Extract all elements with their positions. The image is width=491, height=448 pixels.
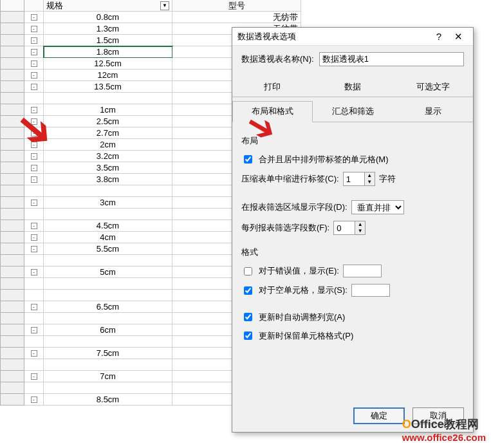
column-header-type[interactable]: 型号 [172, 0, 301, 12]
row-number[interactable] [0, 232, 24, 243]
row-number[interactable] [0, 35, 24, 46]
collapse-toggle[interactable]: - [24, 23, 44, 35]
column-header-spec[interactable]: 规格 ▼ [44, 0, 172, 12]
collapse-toggle[interactable]: - [24, 232, 44, 243]
spin-down-icon[interactable]: ▼ [355, 228, 365, 234]
cell-spec[interactable] [44, 290, 172, 301]
row-number[interactable] [0, 70, 24, 81]
row-number[interactable] [0, 93, 24, 104]
autofit-checkbox[interactable] [244, 313, 252, 321]
row-number[interactable] [0, 313, 24, 324]
collapse-toggle[interactable]: - [24, 220, 44, 232]
cell-spec[interactable] [44, 255, 172, 266]
spin-up-icon[interactable]: ▲ [355, 221, 365, 228]
collapse-toggle[interactable]: - [24, 266, 44, 278]
spin-up-icon[interactable]: ▲ [364, 173, 375, 179]
collapse-toggle[interactable] [24, 278, 44, 290]
empty-cell-checkbox[interactable] [244, 286, 252, 295]
collapse-toggle[interactable]: - [24, 324, 44, 336]
cell-spec[interactable]: 5.5cm [44, 243, 172, 255]
empty-cell-input[interactable] [351, 284, 390, 297]
cell-spec[interactable]: 4cm [44, 232, 172, 243]
cell-spec[interactable] [44, 313, 172, 324]
row-number[interactable] [0, 151, 24, 162]
collapse-toggle[interactable]: - [24, 104, 44, 116]
collapse-toggle[interactable]: - [24, 162, 44, 174]
cell-spec[interactable]: 3.5cm [44, 162, 172, 174]
cell-type[interactable]: 无纺带 [172, 12, 301, 23]
cell-spec[interactable]: 5cm [44, 266, 172, 278]
row-number[interactable] [0, 301, 24, 313]
row-number[interactable] [0, 81, 24, 93]
collapse-toggle[interactable]: - [24, 116, 44, 127]
ok-button[interactable]: 确定 [353, 407, 405, 424]
spin-down-icon[interactable]: ▼ [364, 179, 375, 185]
collapse-toggle[interactable] [24, 359, 44, 371]
indent-input[interactable] [344, 173, 364, 185]
cell-spec[interactable]: 1cm [44, 104, 172, 116]
collapse-toggle[interactable]: - [24, 81, 44, 93]
collapse-toggle[interactable] [24, 209, 44, 220]
cell-spec[interactable]: 3cm [44, 197, 172, 209]
collapse-toggle[interactable] [24, 336, 44, 348]
merge-center-checkbox[interactable] [244, 155, 252, 163]
row-number[interactable] [0, 116, 24, 127]
collapse-toggle[interactable]: - [24, 371, 44, 382]
collapse-toggle[interactable]: - [24, 301, 44, 313]
cell-spec[interactable]: 1.3cm [44, 23, 172, 35]
cell-spec[interactable]: 7cm [44, 371, 172, 382]
row-number[interactable] [0, 394, 24, 406]
collapse-toggle[interactable]: - [24, 70, 44, 81]
fields-per-col-spinner[interactable]: ▲▼ [333, 221, 366, 235]
collapse-toggle[interactable] [24, 255, 44, 266]
collapse-toggle[interactable]: - [24, 46, 44, 58]
row-number[interactable] [0, 139, 24, 151]
row-number[interactable] [0, 58, 24, 70]
cell-spec[interactable]: 6.5cm [44, 301, 172, 313]
tab-display[interactable]: 显示 [393, 101, 473, 122]
cell-spec[interactable] [44, 359, 172, 371]
close-button[interactable]: ✕ [449, 29, 468, 44]
cell-spec[interactable]: 1.8cm [44, 46, 172, 58]
row-number[interactable] [0, 127, 24, 139]
collapse-toggle[interactable]: - [24, 151, 44, 162]
cell-spec[interactable] [44, 278, 172, 290]
cell-spec[interactable]: 12.5cm [44, 58, 172, 70]
cell-spec[interactable] [44, 185, 172, 197]
collapse-toggle[interactable] [24, 93, 44, 104]
collapse-toggle[interactable]: - [24, 12, 44, 23]
row-number[interactable] [0, 278, 24, 290]
row-number[interactable] [0, 104, 24, 116]
row-number[interactable] [0, 46, 24, 58]
row-number[interactable] [0, 371, 24, 382]
row-number[interactable] [0, 266, 24, 278]
filter-button-spec[interactable]: ▼ [160, 1, 169, 10]
cell-spec[interactable] [44, 93, 172, 104]
cell-spec[interactable] [44, 336, 172, 348]
cell-spec[interactable]: 3.8cm [44, 174, 172, 185]
cell-spec[interactable]: 8.5cm [44, 394, 172, 406]
row-number[interactable] [0, 162, 24, 174]
error-value-checkbox[interactable] [244, 267, 252, 275]
row-number[interactable] [0, 23, 24, 35]
row-number[interactable] [0, 348, 24, 359]
row-number[interactable] [0, 209, 24, 220]
collapse-toggle[interactable]: - [24, 243, 44, 255]
collapse-toggle[interactable]: - [24, 58, 44, 70]
pivot-name-input[interactable] [319, 52, 464, 66]
help-button[interactable]: ? [429, 29, 449, 44]
filter-area-select[interactable]: 垂直并排 [351, 200, 404, 214]
row-number[interactable] [0, 359, 24, 371]
collapse-toggle[interactable]: - [24, 127, 44, 139]
cell-spec[interactable]: 0.8cm [44, 12, 172, 23]
cell-spec[interactable] [44, 209, 172, 220]
collapse-toggle[interactable] [24, 382, 44, 394]
cell-spec[interactable]: 6cm [44, 324, 172, 336]
cell-spec[interactable]: 2.5cm [44, 116, 172, 127]
error-value-input[interactable] [343, 265, 382, 277]
cell-spec[interactable]: 13.5cm [44, 81, 172, 93]
cell-spec[interactable]: 4.5cm [44, 220, 172, 232]
row-number[interactable] [0, 336, 24, 348]
indent-spinner[interactable]: ▲▼ [343, 172, 375, 186]
tab-totals-filters[interactable]: 汇总和筛选 [313, 101, 393, 122]
